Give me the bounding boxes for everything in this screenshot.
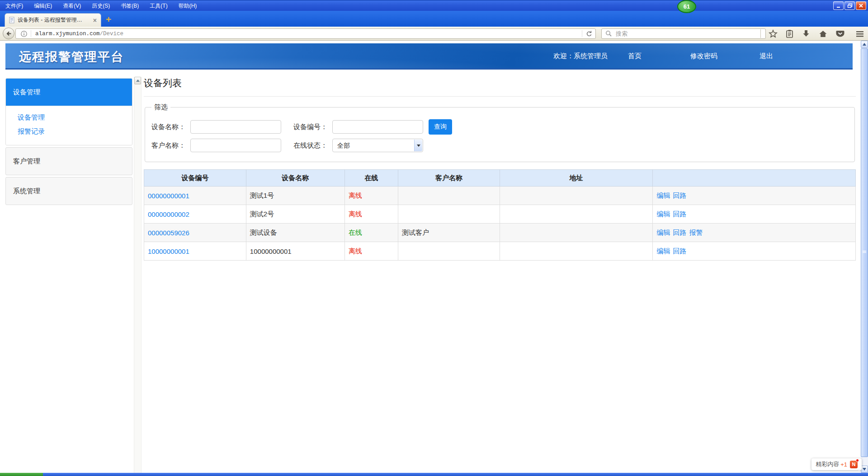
filter-row-2: 客户名称： 在线状态： 全部	[151, 139, 849, 152]
action-link[interactable]: 回路	[673, 191, 686, 199]
action-link[interactable]: 回路	[673, 247, 686, 255]
online-status-label: 在线状态：	[293, 141, 332, 150]
device-table: 设备编号设备名称在线客户名称地址 00000000001测试1号离线编辑回路00…	[144, 169, 856, 261]
page-title: 设备列表	[144, 77, 856, 89]
bookmarks-panel-icon[interactable]	[785, 29, 794, 38]
sidebar-link[interactable]: 设备管理	[18, 112, 132, 123]
search-input[interactable]	[615, 30, 765, 37]
new-tab-button[interactable]: +	[106, 15, 111, 24]
device-name-input[interactable]	[190, 120, 281, 134]
news-app-icon[interactable]: N	[850, 461, 858, 468]
home-icon[interactable]	[818, 29, 828, 38]
search-bar[interactable]	[601, 28, 766, 39]
minimize-button[interactable]	[833, 1, 844, 10]
toolbar-icons	[760, 28, 864, 39]
restore-button[interactable]	[844, 1, 855, 10]
window-controls	[833, 1, 866, 10]
device-table-head-row: 设备编号设备名称在线客户名称地址	[144, 170, 856, 187]
tab-title: 设备列表 - 远程报警管理…	[18, 16, 93, 24]
action-link[interactable]: 编辑	[656, 210, 670, 218]
device-name-cell: 10000000001	[246, 242, 344, 261]
sidebar-group-header[interactable]: 系统管理	[6, 177, 132, 205]
close-button[interactable]	[856, 1, 866, 10]
sidebar-group-header[interactable]: 客户管理	[6, 148, 132, 175]
menu-item[interactable]: 查看(V)	[63, 2, 81, 10]
url-bar[interactable]: alarm.xjymunion.com /Device	[15, 28, 596, 39]
content-toast[interactable]: 精彩内容 +1 N	[811, 458, 862, 470]
action-link[interactable]: 编辑	[656, 191, 670, 199]
window-scrollbar[interactable]	[861, 41, 868, 473]
online-status-cell: 在线	[344, 224, 398, 242]
menu-item[interactable]: 历史(S)	[92, 2, 110, 10]
online-status-cell: 离线	[344, 205, 398, 224]
action-link[interactable]: 报警	[689, 229, 703, 236]
start-button[interactable]	[0, 473, 43, 476]
sidebar-scroll-up-button[interactable]	[134, 77, 141, 84]
sidebar-scrollbar[interactable]	[134, 77, 142, 473]
action-link[interactable]: 编辑	[656, 247, 670, 255]
title-divider	[144, 96, 856, 97]
query-button[interactable]: 查询	[429, 119, 452, 135]
tab-close-button[interactable]: ×	[93, 17, 97, 23]
filter-panel: 筛选 设备名称： 设备编号： 查询 客户名称： 在线状态： 全部	[145, 103, 855, 162]
device-no-link[interactable]: 10000000001	[148, 247, 189, 255]
pocket-icon[interactable]	[835, 29, 845, 38]
bookmark-star-icon[interactable]	[769, 29, 778, 38]
actions-cell: 编辑回路	[653, 205, 856, 224]
nav-change-password-link[interactable]: 修改密码	[690, 52, 717, 61]
action-link[interactable]: 回路	[673, 210, 686, 218]
online-status-value: 全部	[333, 139, 423, 152]
identity-separator	[31, 30, 31, 37]
menu-item[interactable]: 编辑(E)	[34, 2, 52, 10]
browser-tab[interactable]: 设备列表 - 远程报警管理… ×	[5, 13, 101, 27]
url-path: /Device	[100, 31, 124, 37]
taskbar[interactable]	[0, 473, 868, 476]
device-no-link[interactable]: 00000000002	[148, 210, 189, 218]
sidebar: 设备管理设备管理报警记录客户管理系统管理	[5, 78, 132, 207]
page-favicon	[9, 17, 15, 23]
actions-cell: 编辑回路	[653, 242, 856, 261]
online-status-value: 离线	[349, 191, 362, 199]
column-header: 客户名称	[398, 170, 500, 187]
back-button[interactable]	[3, 28, 14, 39]
reload-icon[interactable]	[585, 30, 592, 37]
column-header	[653, 170, 856, 187]
customer-name-input[interactable]	[190, 139, 281, 152]
menu-item[interactable]: 帮助(H)	[179, 2, 197, 10]
device-no-link[interactable]: 00000059026	[148, 229, 189, 237]
customer-name-cell	[398, 242, 500, 261]
nav-home-link[interactable]: 首页	[628, 52, 642, 61]
scroll-up-button[interactable]	[861, 41, 868, 48]
tab-strip: 设备列表 - 远程报警管理… × +	[0, 11, 868, 27]
action-link[interactable]: 编辑	[656, 229, 670, 236]
sidebar-group: 设备管理设备管理报警记录	[5, 78, 132, 145]
device-no-cell: 00000059026	[144, 224, 246, 242]
downloads-icon[interactable]	[802, 29, 811, 38]
notification-badge[interactable]: 61	[677, 0, 696, 13]
welcome-text: 欢迎：系统管理员	[553, 52, 608, 61]
online-status-select[interactable]: 全部	[332, 139, 423, 152]
menu-item[interactable]: 工具(T)	[150, 2, 167, 10]
menu-item[interactable]: 书签(B)	[121, 2, 139, 10]
select-dropdown-button[interactable]	[414, 140, 422, 151]
scroll-down-button[interactable]	[861, 466, 868, 473]
device-no-input[interactable]	[332, 120, 423, 134]
url-domain: alarm.xjymunion.com	[35, 31, 100, 37]
device-no-link[interactable]: 00000000001	[148, 192, 189, 200]
menu-icon[interactable]	[855, 30, 864, 38]
restore-icon	[847, 3, 853, 8]
info-icon	[20, 30, 28, 37]
filter-row-1: 设备名称： 设备编号： 查询	[151, 119, 849, 135]
sidebar-link[interactable]: 报警记录	[18, 126, 132, 137]
action-link[interactable]: 回路	[673, 229, 686, 236]
nav-logout-link[interactable]: 退出	[760, 52, 773, 61]
scrollbar-thumb[interactable]	[861, 48, 868, 457]
reload-separator	[582, 30, 582, 37]
address-cell	[500, 242, 652, 261]
chevron-up-icon	[136, 79, 140, 82]
online-status-value: 离线	[349, 247, 362, 255]
address-cell	[500, 205, 652, 224]
customer-name-cell	[398, 205, 500, 224]
sidebar-group-header[interactable]: 设备管理	[6, 79, 132, 106]
menu-item[interactable]: 文件(F)	[5, 2, 23, 10]
